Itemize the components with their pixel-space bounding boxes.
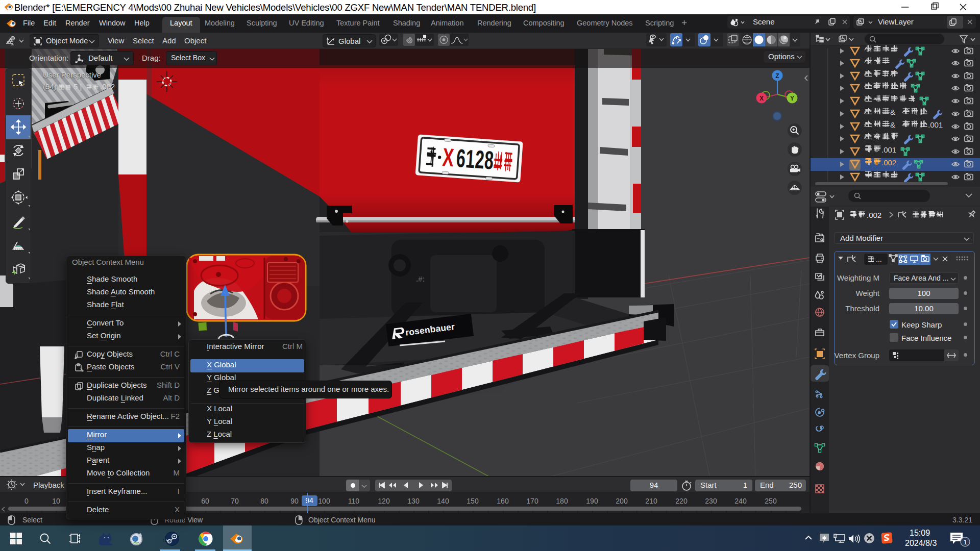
svg-text:1: 1: [963, 538, 967, 546]
svg-text:6128: 6128: [455, 143, 495, 174]
svg-text:X: X: [760, 95, 764, 102]
svg-text:.#:: .#:: [416, 274, 425, 283]
svg-text:X: X: [442, 143, 455, 172]
svg-text:Z: Z: [775, 72, 779, 80]
svg-text:Y: Y: [790, 95, 794, 102]
